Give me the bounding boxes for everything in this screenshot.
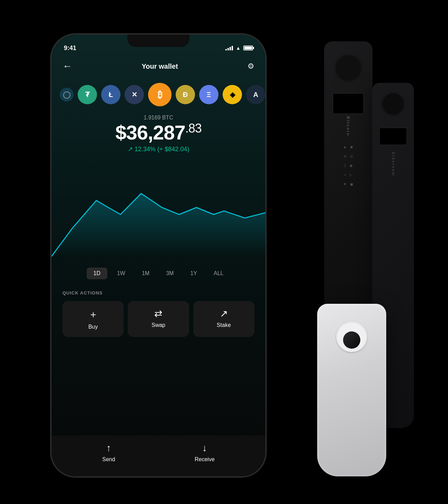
chart-area (51, 158, 265, 262)
time-btn-1m[interactable]: 1M (135, 268, 156, 279)
coin-xrp[interactable]: ✕ (125, 85, 144, 104)
buy-label: Buy (88, 324, 98, 330)
back-button[interactable]: ← (62, 61, 72, 72)
phone-screen: 9:41 ▲ ← Your wallet (51, 35, 265, 476)
time-btn-1y[interactable]: 1Y (183, 268, 204, 279)
hw1-icon-1: ▲ (343, 145, 347, 149)
receive-label: Receive (195, 456, 215, 463)
hw1-icons: ▲ ◉ ≋ ◎ Ξ ◉ + ▷ ▼ ▣ (343, 145, 353, 186)
time-btn-all[interactable]: ALL (207, 268, 230, 279)
swap-button[interactable]: ⇄ Swap (128, 301, 189, 337)
hw1-icon-7: + (344, 173, 346, 177)
wifi-icon: ▲ (236, 45, 241, 51)
coin-litecoin[interactable]: Ł (101, 85, 120, 104)
coin-dogecoin[interactable]: Ð (176, 85, 195, 104)
nav-header: ← Your wallet ⚙ (51, 55, 265, 77)
time-btn-1d[interactable]: 1D (87, 268, 107, 279)
receive-button[interactable]: ↓ Receive (195, 443, 215, 463)
hw1-icon-9: ▼ (343, 182, 347, 186)
hw3-button (343, 331, 360, 349)
hw1-icon-8: ▷ (350, 173, 352, 177)
price-dollars: $36,287 (115, 121, 185, 144)
price-main: $36,287.83 (62, 122, 254, 143)
scene: 9:41 ▲ ← Your wallet (34, 14, 414, 490)
send-button[interactable]: ↑ Send (102, 443, 115, 463)
hw1-icon-3: ≋ (344, 154, 347, 158)
stake-icon: ↗ (220, 308, 228, 319)
coin-algo[interactable]: A (246, 85, 265, 104)
coin-ethereum[interactable]: Ξ (199, 85, 218, 104)
stake-label: Stake (217, 322, 231, 328)
time-btn-3m[interactable]: 3M (159, 268, 181, 279)
price-cents: .83 (185, 121, 202, 135)
coin-binance[interactable]: ◈ (223, 85, 242, 104)
quick-actions-section: QUICK ACTIONS ＋ Buy ⇄ Swap ↗ Stake (51, 285, 265, 342)
hw1-icon-4: ◎ (350, 154, 353, 158)
hw1-icon-10: ▣ (350, 182, 353, 186)
send-label: Send (102, 456, 115, 463)
battery-icon (243, 46, 253, 50)
send-icon: ↑ (106, 443, 111, 454)
buy-icon: ＋ (88, 308, 98, 321)
price-section: 1.9169 BTC $36,287.83 ↗ 12.34% (+ $842.0… (51, 112, 265, 158)
hw1-icon-6: ◉ (350, 164, 353, 167)
time-btn-1w[interactable]: 1W (110, 268, 132, 279)
quick-actions-grid: ＋ Buy ⇄ Swap ↗ Stake (62, 301, 254, 337)
receive-icon: ↓ (202, 443, 207, 454)
phone-notch (127, 35, 189, 47)
buy-button[interactable]: ＋ Buy (62, 301, 124, 337)
quick-actions-label: QUICK ACTIONS (62, 290, 254, 295)
swap-label: Swap (152, 322, 165, 328)
price-chart (51, 158, 265, 256)
hw2-screen (379, 128, 407, 145)
hardware-wallet-3 (317, 304, 386, 476)
chart-fill (51, 194, 265, 257)
hw1-label: Bitcoin (346, 116, 350, 136)
status-time: 9:41 (64, 45, 76, 52)
coin-tether[interactable]: ₮ (78, 85, 97, 104)
page-title: Your wallet (142, 62, 178, 70)
coin-selector-row: ◯ ₮ Ł ✕ ₿ Ð Ξ ◈ A (51, 77, 265, 112)
stake-button[interactable]: ↗ Stake (193, 301, 254, 337)
coin-bitcoin[interactable]: ₿ (148, 83, 172, 106)
phone-device: 9:41 ▲ ← Your wallet (51, 35, 265, 476)
price-change: ↗ 12.34% (+ $842.04) (62, 145, 254, 153)
time-period-selector: 1D 1W 1M 3M 1Y ALL (51, 262, 265, 285)
signal-icon (225, 46, 233, 50)
hw2-label: Ethereum (391, 152, 395, 176)
hw1-icon-5: Ξ (344, 164, 346, 167)
swap-icon: ⇄ (154, 308, 162, 319)
settings-button[interactable]: ⚙ (247, 62, 254, 71)
bottom-bar: ↑ Send ↓ Receive (51, 436, 265, 476)
hw1-icon-2: ◉ (350, 145, 353, 149)
coin-partial-left[interactable]: ◯ (60, 88, 74, 101)
hw1-screen (333, 93, 364, 114)
status-icons: ▲ (225, 45, 253, 51)
btc-amount-label: 1.9169 BTC (62, 115, 254, 121)
